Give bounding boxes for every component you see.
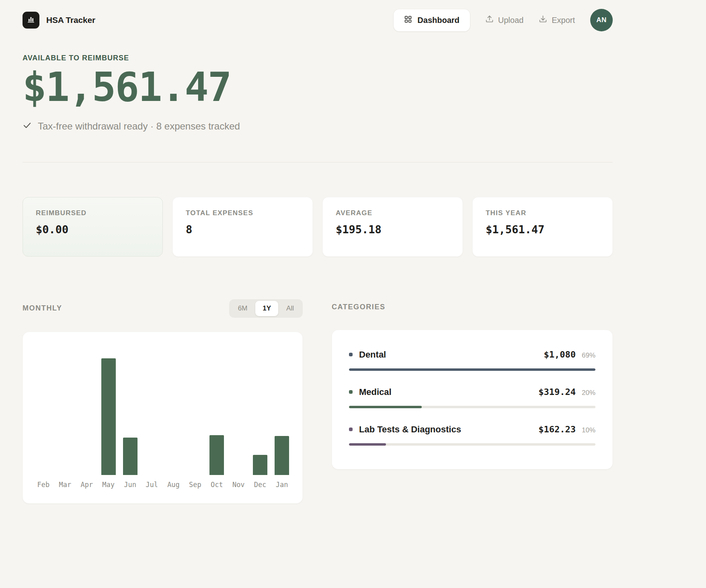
stat-value: $195.18	[336, 223, 449, 236]
available-amount: $1,561.47	[23, 67, 613, 108]
chart-columns: Feb Mar Apr May Jun Jul Aug Sep Oct Nov	[33, 358, 293, 489]
upload-icon	[485, 15, 494, 25]
category-dot	[349, 390, 353, 394]
month-label: Aug	[167, 481, 180, 489]
category-row: Dental $1,080 69%	[349, 350, 595, 371]
chart-column: Oct	[206, 435, 228, 489]
grid-icon	[404, 15, 412, 25]
header-actions: Dashboard Upload	[394, 9, 613, 31]
category-percent: 10%	[582, 426, 595, 434]
categories-label: CATEGORIES	[332, 303, 386, 311]
month-label: May	[102, 481, 115, 489]
category-bar-track	[349, 368, 595, 371]
monthly-label: MONTHLY	[23, 304, 62, 313]
chart-column: Jun	[119, 438, 141, 489]
header: HSA Tracker Dashboard	[23, 0, 613, 39]
month-bar	[123, 438, 138, 475]
export-button[interactable]: Export	[539, 15, 575, 25]
hero-label: AVAILABLE TO REIMBURSE	[23, 54, 613, 62]
check-icon	[23, 121, 32, 132]
range-control: 6M1YAll	[229, 299, 303, 318]
monthly-chart-card: Feb Mar Apr May Jun Jul Aug Sep Oct Nov	[23, 332, 303, 504]
category-percent: 69%	[582, 352, 595, 360]
categories-card: Dental $1,080 69% Medical $319.24 20% La…	[332, 330, 613, 469]
month-label: Sep	[189, 481, 201, 489]
chart-column: Aug	[163, 475, 185, 489]
hero-section: AVAILABLE TO REIMBURSE $1,561.47 Tax-fre…	[23, 54, 613, 132]
month-bar	[209, 435, 224, 475]
page: HSA Tracker Dashboard	[23, 0, 613, 504]
range-option-all[interactable]: All	[279, 301, 301, 316]
avatar[interactable]: AN	[590, 9, 613, 31]
month-label: Nov	[232, 481, 245, 489]
app-logo	[23, 12, 39, 29]
brand: HSA Tracker	[23, 12, 95, 29]
export-button-label: Export	[552, 16, 575, 25]
category-dot	[349, 353, 353, 356]
chart-column: Dec	[249, 455, 271, 489]
range-option-6m[interactable]: 6M	[231, 301, 255, 316]
category-amount: $1,080	[544, 350, 575, 360]
month-bar	[101, 358, 116, 475]
stat-card[interactable]: REIMBURSED $0.00	[23, 197, 163, 257]
category-name: Dental	[359, 350, 386, 360]
month-label: Feb	[37, 481, 50, 489]
stat-card[interactable]: TOTAL EXPENSES 8	[172, 197, 313, 257]
stat-value: 8	[186, 223, 300, 236]
stat-label: AVERAGE	[336, 209, 449, 217]
chart-column: Jul	[141, 475, 163, 489]
category-bar-fill	[349, 406, 422, 408]
category-bar-fill	[349, 443, 386, 446]
month-label: Dec	[254, 481, 267, 489]
bottom-section: MONTHLY 6M1YAll Feb Mar Apr May Jun Jul …	[23, 299, 613, 504]
chart-column: Sep	[184, 475, 206, 489]
monthly-section: MONTHLY 6M1YAll Feb Mar Apr May Jun Jul …	[23, 299, 303, 504]
chart-column: May	[98, 358, 119, 489]
stat-card[interactable]: AVERAGE $195.18	[322, 197, 463, 257]
category-percent: 20%	[582, 389, 595, 397]
categories-section: CATEGORIES Dental $1,080 69% Medical $31…	[332, 299, 613, 504]
month-label: Apr	[80, 481, 93, 489]
chart-column: Mar	[54, 475, 76, 489]
chart-column: Nov	[228, 475, 249, 489]
category-bar-track	[349, 443, 595, 446]
month-bar	[275, 436, 289, 475]
download-icon	[539, 15, 547, 25]
stats-row: REIMBURSED $0.00 TOTAL EXPENSES 8 AVERAG…	[23, 197, 613, 257]
stat-label: REIMBURSED	[36, 209, 150, 217]
month-label: Jan	[276, 481, 288, 489]
chart-column: Apr	[76, 475, 98, 489]
category-bar-fill	[349, 368, 595, 371]
month-label: Jun	[124, 481, 136, 489]
category-list: Dental $1,080 69% Medical $319.24 20% La…	[349, 350, 595, 446]
category-row: Medical $319.24 20%	[349, 387, 595, 408]
category-name: Lab Tests & Diagnostics	[359, 424, 461, 435]
month-label: Mar	[59, 481, 72, 489]
stat-value: $0.00	[36, 223, 150, 236]
month-label: Oct	[211, 481, 223, 489]
category-amount: $319.24	[538, 387, 576, 397]
upload-button[interactable]: Upload	[485, 15, 523, 25]
app-title: HSA Tracker	[46, 15, 95, 25]
upload-button-label: Upload	[498, 16, 523, 25]
dashboard-button-label: Dashboard	[417, 16, 459, 25]
hero-subtext: Tax-free withdrawal ready · 8 expenses t…	[38, 121, 240, 132]
chart-column: Jan	[271, 436, 293, 489]
hero-subtext-row: Tax-free withdrawal ready · 8 expenses t…	[23, 121, 613, 132]
stat-value: $1,561.47	[486, 223, 599, 236]
range-option-1y[interactable]: 1Y	[255, 301, 278, 316]
category-row: Lab Tests & Diagnostics $162.23 10%	[349, 424, 595, 446]
chart-column: Feb	[33, 475, 54, 489]
bar-chart-icon	[27, 15, 35, 25]
stat-card[interactable]: THIS YEAR $1,561.47	[472, 197, 613, 257]
category-bar-track	[349, 406, 595, 408]
category-name: Medical	[359, 387, 392, 397]
stat-label: THIS YEAR	[486, 209, 599, 217]
dashboard-button[interactable]: Dashboard	[394, 9, 470, 31]
month-label: Jul	[146, 481, 158, 489]
section-divider	[23, 162, 613, 162]
month-bar	[253, 455, 267, 475]
category-amount: $162.23	[538, 424, 576, 434]
category-dot	[349, 428, 353, 431]
stat-label: TOTAL EXPENSES	[186, 209, 300, 217]
